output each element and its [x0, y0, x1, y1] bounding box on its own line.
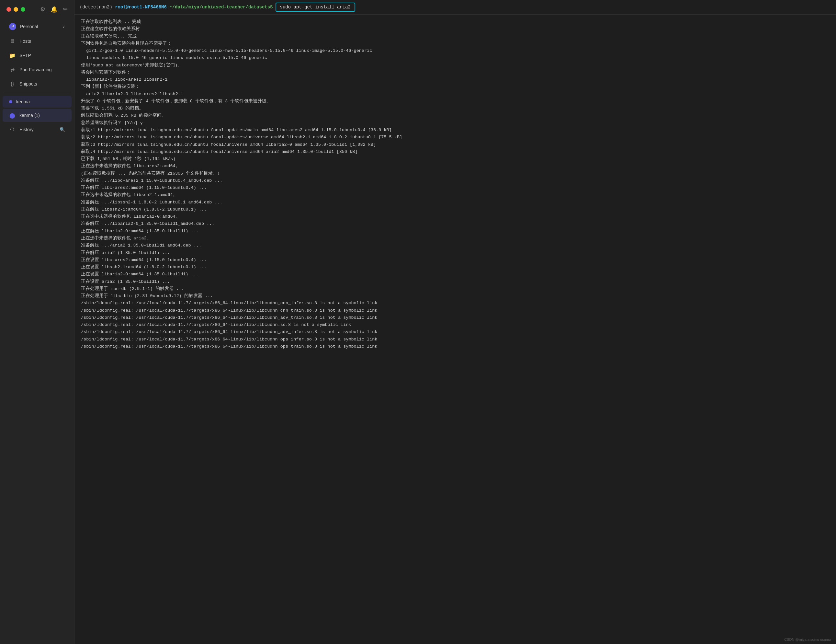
hosts-label: Hosts — [20, 39, 65, 44]
terminal-line: 正在选中未选择的软件包 libc-ares2:amd64。 — [81, 163, 829, 170]
terminal-line: /sbin/ldconfig.real: /usr/local/cuda-11.… — [81, 343, 829, 350]
sidebar-item-kenma1[interactable]: ⬤ kenma (1) — [3, 109, 72, 122]
chevron-down-icon: ∨ — [62, 24, 65, 29]
sidebar-top-icons: ⚙ 🔔 ✏ — [40, 6, 68, 13]
maximize-button[interactable] — [21, 7, 25, 11]
prompt-user: root@root1-NF5468M6 — [115, 5, 167, 10]
terminal-line: 升级了 0 个软件包，新安装了 4 个软件包，要卸载 0 个软件包，有 3 个软… — [81, 98, 829, 105]
prompt-separator: : — [167, 5, 169, 10]
sidebar-item-port-forwarding[interactable]: ⇄ Port Forwarding — [3, 63, 72, 76]
port-forwarding-icon: ⇄ — [9, 66, 16, 73]
terminal-line: 获取:4 http://mirrors.tuna.tsinghua.edu.cn… — [81, 149, 829, 155]
terminal-line: gir1.2-goa-1.0 linux-headers-5.15.0-46-g… — [81, 47, 829, 54]
terminal-line: libaria2-0 libc-ares2 libssh2-1 — [81, 76, 829, 83]
close-button[interactable] — [7, 7, 11, 11]
sidebar-item-kenma[interactable]: kenma — [3, 96, 72, 108]
settings-icon[interactable]: ⚙ — [40, 6, 45, 13]
sidebar-top: ⚙ 🔔 ✏ — [0, 0, 74, 19]
terminal-line: 获取:3 http://mirrors.tuna.tsinghua.edu.cn… — [81, 141, 829, 149]
terminal-line: /sbin/ldconfig.real: /usr/local/cuda-11.… — [81, 314, 829, 321]
terminal-line: 准备解压 .../libssh2-1_1.8.0-2.1ubuntu0.1_am… — [81, 199, 829, 206]
terminal-line: 正在读取状态信息... 完成 — [81, 33, 829, 40]
history-icon: ⏱ — [9, 126, 16, 133]
terminal-line: 正在建立软件包的依赖关系树 — [81, 26, 829, 33]
traffic-lights — [7, 7, 25, 11]
terminal-line: 正在选中未选择的软件包 aria2。 — [81, 235, 829, 242]
terminal-line: 正在设置 aria2 (1.35.0-1build1) ... — [81, 278, 829, 285]
terminal-line: 正在读取软件包列表... 完成 — [81, 18, 829, 26]
sftp-icon: 📁 — [9, 52, 16, 59]
kenma-label: kenma — [16, 99, 65, 104]
port-forwarding-label: Port Forwarding — [20, 67, 65, 72]
terminal-line: 下列软件包是自动安装的并且现在不需要了： — [81, 40, 829, 47]
terminal-line: /sbin/ldconfig.real: /usr/local/cuda-11.… — [81, 321, 829, 329]
terminal-line: 正在解压 libaria2-0:amd64 (1.35.0-1build1) .… — [81, 228, 829, 235]
terminal-line: 下列【新】软件包将被安装： — [81, 83, 829, 90]
bell-icon[interactable]: 🔔 — [51, 6, 58, 13]
terminal-line: 准备解压 .../aria2_1.35.0-1build1_amd64.deb … — [81, 242, 829, 249]
sidebar: ⚙ 🔔 ✏ P Personal ∨ 🖥 Hosts 📁 SFTP ⇄ Port… — [0, 0, 75, 644]
terminal-line: 将会同时安装下列软件： — [81, 69, 829, 76]
terminal-prompt-text: (detectron2) root@root1-NF5468M6:~/data/… — [80, 5, 273, 10]
terminal-line: 需要下载 1,551 kB 的归档。 — [81, 105, 829, 112]
terminal-line: 获取:2 http://mirrors.tuna.tsinghua.edu.cn… — [81, 134, 829, 141]
sidebar-item-snippets[interactable]: {} Snippets — [3, 77, 72, 90]
hosts-icon: 🖥 — [9, 38, 16, 44]
search-icon[interactable]: 🔍 — [60, 127, 65, 132]
terminal-line: /sbin/ldconfig.real: /usr/local/cuda-11.… — [81, 336, 829, 343]
prompt-prefix: (detectron2) — [80, 5, 115, 10]
terminal-line: 获取:1 http://mirrors.tuna.tsinghua.edu.cn… — [81, 127, 829, 134]
terminal-header: (detectron2) root@root1-NF5468M6:~/data/… — [75, 0, 836, 15]
terminal-line: 正在解压 libc-ares2:amd64 (1.15.0-1ubuntu0.4… — [81, 184, 829, 191]
terminal-line: 正在选中未选择的软件包 libssh2-1:amd64。 — [81, 191, 829, 199]
snippets-icon: {} — [9, 81, 16, 87]
history-label: History — [20, 127, 56, 132]
terminal-line: 正在设置 libaria2-0:amd64 (1.35.0-1build1) .… — [81, 271, 829, 278]
sidebar-item-sftp[interactable]: 📁 SFTP — [3, 49, 72, 62]
terminal-line: /sbin/ldconfig.real: /usr/local/cuda-11.… — [81, 329, 829, 336]
sidebar-item-history[interactable]: ⏱ History 🔍 — [3, 123, 72, 136]
kenma1-label: kenma (1) — [20, 113, 65, 118]
terminal-line: 使用'sudo apt autoremove'来卸载它(它们)。 — [81, 62, 829, 69]
command-highlight-box: sudo apt-get install aria2 — [276, 3, 355, 11]
sidebar-item-personal[interactable]: P Personal ∨ — [3, 20, 72, 33]
sftp-label: SFTP — [20, 53, 65, 58]
terminal-line: 准备解压 .../libc-ares2_1.15.0-1ubuntu0.4_am… — [81, 177, 829, 184]
terminal-line: /sbin/ldconfig.real: /usr/local/cuda-11.… — [81, 300, 829, 307]
terminal-line: 解压缩后会消耗 6,235 kB 的额外空间。 — [81, 112, 829, 119]
kenma1-icon: ⬤ — [9, 112, 16, 119]
terminal-line: 正在处理用于 libc-bin (2.31-0ubuntu9.12) 的触发器 … — [81, 293, 829, 300]
terminal-line: 准备解压 .../libaria2-0_1.35.0-1build1_amd64… — [81, 220, 829, 227]
kenma-dot-icon — [9, 100, 12, 103]
terminal-line: 正在设置 libc-ares2:amd64 (1.15.0-1ubuntu0.4… — [81, 257, 829, 264]
prompt-path: ~/data/miya/unbiased-teacher/datasetsS — [169, 5, 273, 10]
watermark: CSDN @miya atsumu osamu — [784, 637, 831, 641]
terminal-line: 已下载 1,551 kB，耗时 1秒 (1,194 kB/s) — [81, 155, 829, 163]
compose-icon[interactable]: ✏ — [63, 6, 68, 13]
personal-avatar: P — [9, 23, 16, 30]
divider — [4, 93, 70, 93]
terminal-line: 正在设置 libssh2-1:amd64 (1.8.0-2.1ubuntu0.1… — [81, 264, 829, 271]
terminal-line: 正在解压 aria2 (1.35.0-1build1) ... — [81, 249, 829, 257]
terminal-line: linux-modules-5.15.0-46-generic linux-mo… — [81, 54, 829, 62]
terminal-body[interactable]: 正在读取软件包列表... 完成正在建立软件包的依赖关系树正在读取状态信息... … — [75, 15, 836, 644]
terminal-line: 您希望继续执行吗？ [Y/n] y — [81, 119, 829, 127]
terminal-line: 正在选中未选择的软件包 libaria2-0:amd64。 — [81, 213, 829, 220]
sidebar-item-hosts[interactable]: 🖥 Hosts — [3, 35, 72, 47]
terminal-line: (正在读取数据库 ... 系统当前共安装有 216305 个文件和目录。） — [81, 170, 829, 177]
personal-label: Personal — [20, 24, 58, 29]
terminal-line: 正在处理用于 man-db (2.9.1-1) 的触发器 ... — [81, 285, 829, 293]
snippets-label: Snippets — [20, 81, 65, 87]
main-area: (detectron2) root@root1-NF5468M6:~/data/… — [75, 0, 836, 644]
terminal-line: 正在解压 libssh2-1:amd64 (1.8.0-2.1ubuntu0.1… — [81, 206, 829, 213]
terminal-line: aria2 libaria2-0 libc-ares2 libssh2-1 — [81, 91, 829, 98]
terminal-line: /sbin/ldconfig.real: /usr/local/cuda-11.… — [81, 307, 829, 314]
minimize-button[interactable] — [14, 7, 18, 11]
